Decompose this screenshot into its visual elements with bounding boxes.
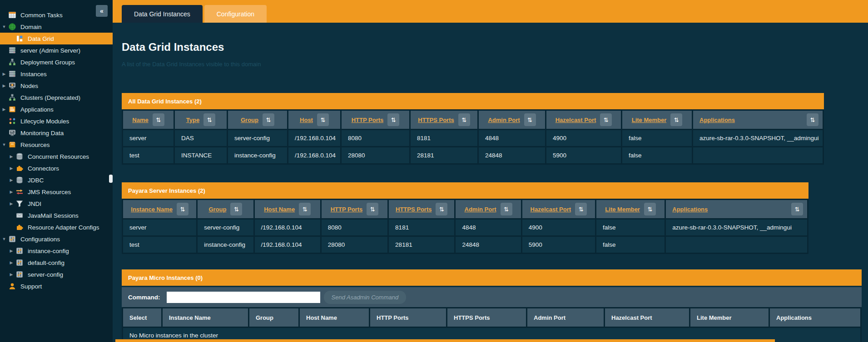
sort-button[interactable]: ⇅ [807,113,818,126]
sort-link-https-ports[interactable]: HTTPS Ports [396,206,432,213]
tree-collapsed-arrow-icon[interactable]: ▶ [8,166,15,171]
sort-button[interactable]: ⇅ [458,113,470,126]
table-cell: 28181 [389,237,454,253]
tab-data-grid-instances[interactable]: Data Grid Instances [122,5,203,23]
sort-link-https-ports[interactable]: HTTPS Ports [418,117,454,123]
sidebar-item-label: JNDI [28,200,41,207]
sort-icon: ⇅ [320,117,325,123]
sidebar-scrollbar-thumb[interactable] [109,175,113,183]
sidebar-item-server-config[interactable]: ▶server-config [0,269,113,280]
tree-collapsed-arrow-icon[interactable]: ▶ [8,154,15,159]
tree-collapsed-arrow-icon[interactable]: ▶ [8,178,15,182]
sidebar-item-connectors[interactable]: ▶Connectors [0,162,113,174]
table-cell: instance-config [228,147,287,163]
column-header-lite-member: Lite Member⇅ [596,200,665,218]
tree-collapsed-arrow-icon[interactable]: ▶ [8,260,15,265]
sort-button[interactable]: ⇅ [501,203,512,215]
sort-button[interactable]: ⇅ [230,203,242,215]
tree-collapsed-arrow-icon[interactable]: ▶ [1,107,7,112]
sort-link-http-ports[interactable]: HTTP Ports [352,117,384,123]
resources-icon [8,141,16,149]
sidebar-item-javamail-sessions[interactable]: JavaMail Sessions [0,210,113,221]
tab-configuration[interactable]: Configuration [204,5,267,23]
datagrid-icon [15,34,24,43]
connector-icon [15,223,24,231]
sort-link-http-ports[interactable]: HTTP Ports [331,206,363,213]
table-header-row: Name⇅Type⇅Group⇅Host⇅HTTP Ports⇅HTTPS Po… [123,111,823,129]
sort-button[interactable]: ⇅ [367,203,378,215]
sidebar-item-lifecycle-modules[interactable]: Lifecycle Modules [0,115,113,127]
sort-button[interactable]: ⇅ [670,113,682,126]
send-asadmin-command-button[interactable]: Send Asadmin Command [324,291,407,304]
sidebar-item-concurrent-resources[interactable]: ▶Concurrent Resources [0,151,113,162]
table-cell: false [622,147,692,163]
sort-link-admin-port[interactable]: Admin Port [488,117,520,123]
column-header-applications: Applications⇅ [666,200,807,218]
tree-collapsed-arrow-icon[interactable]: ▶ [8,201,15,206]
tree-collapsed-arrow-icon[interactable]: ▶ [1,72,7,76]
sort-button[interactable]: ⇅ [177,203,188,215]
tree-expanded-arrow-icon[interactable]: ▼ [1,237,7,241]
sidebar-item-data-grid[interactable]: Data Grid [0,33,113,44]
sort-link-applications[interactable]: Applications [699,117,735,123]
tree-collapsed-arrow-icon[interactable]: ▶ [8,272,15,277]
sidebar-item-domain[interactable]: ▼Domain [0,21,113,33]
sidebar-collapse-button[interactable]: « [96,5,108,17]
table-cell: 8181 [389,220,454,235]
jms-icon [15,188,24,196]
sort-button[interactable]: ⇅ [387,113,399,126]
sidebar-item-jms-resources[interactable]: ▶JMS Resources [0,186,113,198]
sidebar-item-instances[interactable]: ▶Instances [0,68,113,80]
sort-button[interactable]: ⇅ [317,113,329,126]
sidebar-item-deployment-groups[interactable]: Deployment Groups [0,56,113,68]
sort-button[interactable]: ⇅ [791,203,803,215]
tree-collapsed-arrow-icon[interactable]: ▶ [8,249,15,253]
sort-button[interactable]: ⇅ [575,203,587,215]
table-cell: 24848 [456,237,521,253]
sort-link-applications[interactable]: Applications [672,206,708,213]
sidebar-item-jndi[interactable]: ▶JNDI [0,198,113,210]
sort-link-host-name[interactable]: Host Name [264,206,295,213]
sidebar-item-jdbc[interactable]: ▶JDBC [0,174,113,186]
table-cell: server-config [228,130,287,146]
column-header-type: Type⇅ [175,111,227,129]
sort-button[interactable]: ⇅ [524,113,536,126]
tree-collapsed-arrow-icon[interactable]: ▶ [8,190,15,194]
sort-link-group[interactable]: Group [241,117,258,123]
sort-link-lite-member[interactable]: Lite Member [632,117,667,123]
sort-link-hazelcast-port[interactable]: Hazelcast Port [556,117,596,123]
sort-link-host[interactable]: Host [300,117,313,123]
sidebar-item-resources[interactable]: ▼Resources [0,139,113,151]
column-header-host-name: Host Name [300,308,369,327]
tree-expanded-arrow-icon[interactable]: ▼ [1,142,7,147]
sort-link-group[interactable]: Group [208,206,226,213]
sort-link-lite-member[interactable]: Lite Member [605,206,640,213]
sort-button[interactable]: ⇅ [263,113,274,126]
sort-link-admin-port[interactable]: Admin Port [465,206,496,213]
sort-button[interactable]: ⇅ [600,113,612,126]
sort-link-type[interactable]: Type [186,117,199,123]
sidebar-item-resource-adapter-configs[interactable]: Resource Adapter Configs [0,221,113,233]
sidebar-item-monitoring-data[interactable]: Monitoring Data [0,127,113,139]
sidebar-item-instance-config[interactable]: ▶instance-config [0,245,113,257]
tree-collapsed-arrow-icon[interactable]: ▶ [1,83,7,88]
command-input[interactable] [167,292,320,303]
sidebar-item-nodes[interactable]: ▶Nodes [0,80,113,92]
sort-button[interactable]: ⇅ [203,113,215,126]
sidebar-item-applications[interactable]: ▶Applications [0,103,113,115]
sidebar-item-default-config[interactable]: ▶default-config [0,257,113,269]
applications-icon [8,105,16,113]
sidebar-item-support[interactable]: Support [0,280,113,292]
sort-button[interactable]: ⇅ [644,203,656,215]
sort-button[interactable]: ⇅ [153,113,164,126]
sort-link-name[interactable]: Name [132,117,148,123]
server-icon [8,70,16,78]
sidebar-item-clusters-deprecated[interactable]: Clusters (Deprecated) [0,92,113,103]
sidebar-item-server-admin-server[interactable]: server (Admin Server) [0,44,113,56]
sidebar-item-configurations[interactable]: ▼Configurations [0,233,113,245]
sort-link-hazelcast-port[interactable]: Hazelcast Port [531,206,571,213]
sort-link-instance-name[interactable]: Instance Name [131,206,173,213]
sort-button[interactable]: ⇅ [436,203,447,215]
sort-button[interactable]: ⇅ [299,203,311,215]
tree-expanded-arrow-icon[interactable]: ▼ [1,24,7,29]
